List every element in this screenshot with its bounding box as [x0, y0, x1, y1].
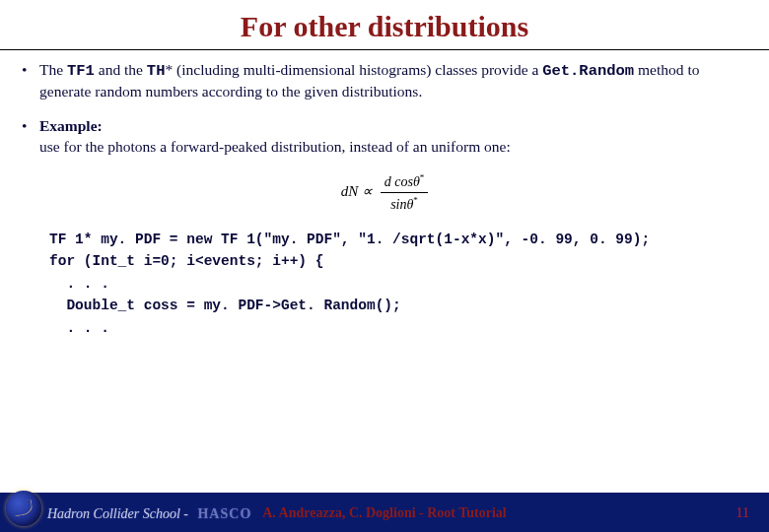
th-class: TH: [147, 62, 166, 80]
footer-left: Hadron Collider School - HASCO: [47, 506, 251, 522]
formula: dN ∝ d cosθ* sinθ*: [22, 171, 747, 215]
example-label: Example:: [39, 117, 103, 134]
footer-hasco: HASCO: [197, 506, 251, 521]
superscript: *: [413, 195, 418, 205]
slide-title: For other distributions: [0, 0, 769, 49]
tf1-class: TF1: [67, 62, 95, 80]
text: * (including multi-dimensional histogram…: [165, 61, 542, 78]
text: d cos: [384, 173, 413, 188]
formula-lhs: dN ∝: [341, 183, 373, 199]
formula-numerator: d cosθ*: [381, 171, 429, 194]
bullet-icon: •: [22, 60, 39, 102]
bullet-2: • Example: use for the photons a forward…: [22, 116, 747, 158]
slide-content: • The TF1 and the TH* (including multi-d…: [0, 50, 769, 339]
footer-authors: A. Andreazza, C. Doglioni - Root Tutoria…: [262, 505, 506, 521]
bullet-1: • The TF1 and the TH* (including multi-d…: [22, 60, 747, 102]
formula-denominator: sinθ*: [381, 193, 429, 215]
text: The: [39, 61, 67, 78]
bullet-1-body: The TF1 and the TH* (including multi-dim…: [39, 60, 747, 102]
text: sin: [390, 197, 406, 212]
formula-fraction: d cosθ* sinθ*: [381, 171, 429, 215]
page-number: 11: [736, 505, 749, 521]
getrandom-method: Get.Random: [542, 62, 634, 80]
code-example: TF 1* my. PDF = new TF 1("my. PDF", "1. …: [49, 229, 747, 339]
theta: θ: [413, 173, 420, 188]
text: and the: [95, 61, 147, 78]
bullet-2-body: Example: use for the photons a forward-p…: [39, 116, 747, 158]
superscript: *: [420, 172, 425, 182]
bullet-icon: •: [22, 116, 39, 158]
footer-school: Hadron Collider School -: [47, 506, 188, 521]
example-text: use for the photons a forward-peaked dis…: [39, 138, 511, 155]
logo-icon: [6, 491, 41, 526]
